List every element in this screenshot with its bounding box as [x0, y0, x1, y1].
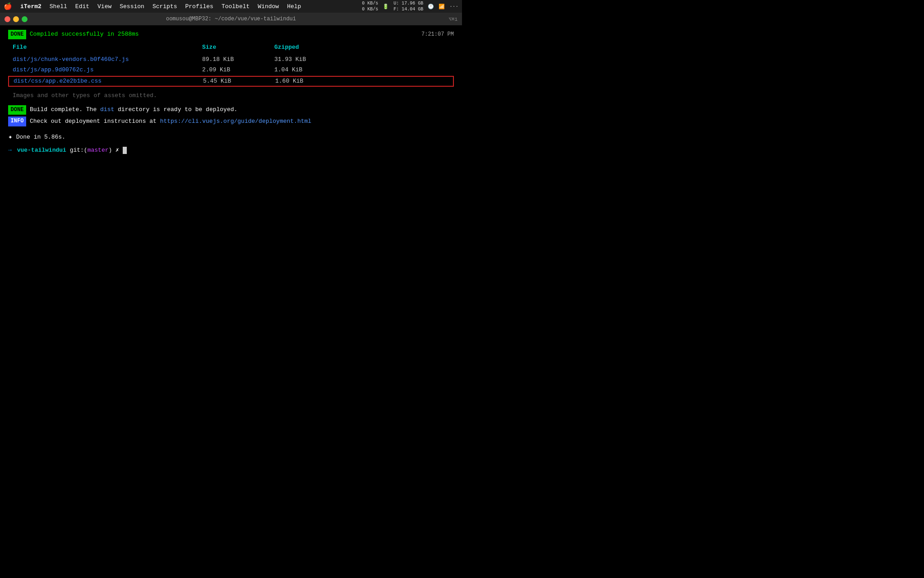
prompt-git-post: ) ✗: [108, 147, 122, 154]
minimize-button[interactable]: [13, 16, 19, 22]
close-button[interactable]: [5, 16, 10, 22]
file-size-2: 2.09 KiB: [202, 65, 274, 75]
download-stat: 0 KB/s: [362, 6, 378, 12]
info-label: INFO: [8, 117, 26, 126]
menu-shell[interactable]: Shell: [46, 2, 71, 11]
file-name-1: dist/js/chunk-vendors.b0f460c7.js: [13, 55, 202, 65]
menubar: 🍎 iTerm2 Shell Edit View Session Scripts…: [0, 0, 462, 13]
omit-text: Images and other types of assets omitted…: [8, 91, 454, 101]
battery-icon: 🔋: [383, 4, 389, 9]
table-row: dist/js/chunk-vendors.b0f460c7.js 89.18 …: [8, 55, 454, 65]
menu-profiles[interactable]: Profiles: [181, 2, 217, 11]
timestamp: 7:21:07 PM: [421, 30, 454, 39]
apple-icon[interactable]: 🍎: [4, 2, 12, 11]
terminal-content[interactable]: DONE Compiled successfully in 2588ms 7:2…: [0, 25, 462, 160]
menu-iterm2[interactable]: iTerm2: [17, 2, 45, 11]
wifi-icon: 📶: [439, 4, 445, 9]
storage-stats: U: 17.96 GB F: 14.04 GB: [393, 0, 423, 12]
sparkle-icon: ✦: [8, 132, 13, 144]
col-file-header: File: [13, 43, 202, 52]
file-table-header: File Size Gzipped: [8, 43, 454, 52]
titlebar: oomusou@MBP32: ~/code/vue/vue-tailwindui…: [0, 13, 462, 25]
table-row-highlighted: dist/css/app.e2e2b1be.css 5.45 KiB 1.60 …: [8, 76, 454, 87]
menu-session[interactable]: Session: [116, 2, 148, 11]
done-time-line: ✦ Done in 5.86s.: [8, 132, 454, 144]
menu-window[interactable]: Window: [254, 2, 282, 11]
storage-f: F: 14.04 GB: [393, 6, 423, 12]
menu-scripts[interactable]: Scripts: [149, 2, 181, 11]
build-message: Build complete. The dist directory is re…: [30, 105, 237, 115]
compile-line: DONE Compiled successfully in 2588ms 7:2…: [8, 30, 454, 39]
build-done-label: DONE: [8, 105, 26, 115]
prompt-section: ✦ Done in 5.86s. → vue-tailwindui git:(m…: [8, 132, 454, 155]
cursor: [123, 147, 127, 154]
compile-done-section: DONE Compiled successfully in 2588ms: [8, 30, 139, 39]
table-row: dist/js/app.9d00762c.js 2.09 KiB 1.04 Ki…: [8, 65, 454, 75]
clock-icon: 🕐: [428, 4, 434, 9]
compile-message: Compiled successfully in 2588ms: [26, 31, 139, 37]
menu-view[interactable]: View: [94, 2, 115, 11]
storage-u: U: 17.96 GB: [393, 0, 423, 6]
compile-done-label: DONE: [8, 30, 26, 39]
deployment-link[interactable]: https://cli.vuejs.org/guide/deployment.h…: [160, 118, 311, 125]
menubar-right: 0 KB/s 0 KB/s 🔋 U: 17.96 GB F: 14.04 GB …: [362, 0, 458, 12]
menu-help[interactable]: Help: [283, 2, 305, 11]
file-name-2: dist/js/app.9d00762c.js: [13, 65, 202, 75]
file-table: File Size Gzipped dist/js/chunk-vendors.…: [8, 43, 454, 87]
menu-extras-icon: ···: [449, 4, 458, 9]
file-gzip-2: 1.04 KiB: [274, 65, 365, 75]
info-message: Check out deployment instructions at htt…: [30, 117, 311, 126]
prompt-line[interactable]: → vue-tailwindui git:(master) ✗: [8, 146, 454, 155]
file-size-1: 89.18 KiB: [202, 55, 274, 65]
window-title: oomusou@MBP32: ~/code/vue/vue-tailwindui: [166, 16, 296, 22]
network-stats: 0 KB/s 0 KB/s: [362, 0, 378, 12]
col-gzip-header: Gzipped: [274, 43, 365, 52]
upload-stat: 0 KB/s: [362, 0, 378, 6]
prompt-git-pre: git:(: [70, 147, 88, 154]
build-done-line: DONE Build complete. The dist directory …: [8, 105, 454, 115]
maximize-button[interactable]: [22, 16, 28, 22]
file-gzip-3: 1.60 KiB: [275, 77, 365, 86]
menu-toolbelt[interactable]: Toolbelt: [218, 2, 253, 11]
done-time-text: Done in 5.86s.: [16, 133, 65, 142]
build-section: DONE Build complete. The dist directory …: [8, 105, 454, 126]
file-size-3: 5.45 KiB: [203, 77, 275, 86]
prompt-project: vue-tailwindui: [17, 147, 66, 154]
col-size-header: Size: [202, 43, 274, 52]
file-gzip-1: 31.93 KiB: [274, 55, 365, 65]
prompt-arrow: →: [8, 147, 12, 154]
keyboard-shortcut: ⌥⌘1: [448, 16, 457, 22]
file-name-3: dist/css/app.e2e2b1be.css: [14, 77, 203, 86]
info-line: INFO Check out deployment instructions a…: [8, 117, 454, 126]
prompt-branch: master: [88, 147, 109, 154]
traffic-lights: [5, 16, 28, 22]
menu-edit[interactable]: Edit: [72, 2, 93, 11]
